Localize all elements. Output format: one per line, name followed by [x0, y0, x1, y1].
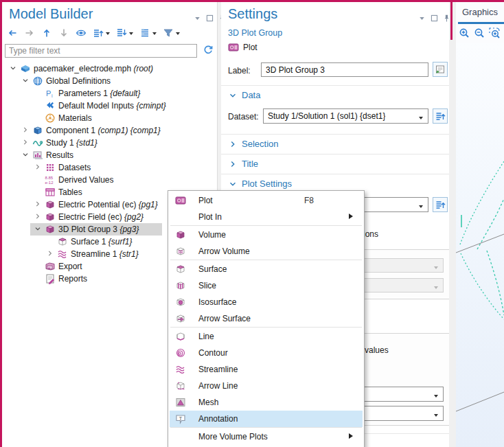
menu-item-streamline[interactable]: Streamline [170, 361, 363, 378]
annotation-icon: T [175, 413, 186, 424]
menu-item-volume[interactable]: Volume [170, 227, 363, 243]
menu-item-more-volume-plots[interactable]: More Volume Plots [170, 428, 363, 445]
graphics-tab[interactable]: Graphics [456, 7, 504, 17]
chevron-right-icon[interactable] [33, 162, 43, 172]
forward-button[interactable] [23, 25, 36, 41]
materials-icon [45, 113, 56, 124]
menu-item-label: Surface [198, 264, 227, 274]
tree-item-derived-values[interactable]: 8.85e-12Derived Values [2, 174, 217, 186]
move-up-icon [41, 27, 52, 38]
zoom-in-icon[interactable] [459, 27, 470, 38]
chevron-down-icon[interactable] [33, 224, 43, 233]
menu-item-line[interactable]: Line [170, 328, 363, 345]
tree-item-label: Component 1 (comp1) {comp1} [46, 126, 161, 135]
chevron-down-icon[interactable] [21, 76, 30, 85]
menu-item-plot[interactable]: PlotF8 [170, 192, 363, 209]
back-button[interactable] [6, 25, 19, 41]
chevron-right-icon[interactable] [33, 211, 43, 221]
menu-item-plot-in[interactable]: Plot In [170, 209, 363, 225]
switch-dataset-button[interactable] [433, 108, 448, 124]
menu-item-surface[interactable]: Surface [170, 261, 363, 277]
chevron-down-icon [434, 266, 438, 271]
dropdown-caret-icon[interactable] [176, 32, 180, 37]
menu-item-label: Volume [198, 230, 226, 240]
surface-icon [175, 264, 186, 275]
chevron-down-icon[interactable] [8, 63, 18, 73]
filter-button[interactable] [162, 25, 181, 41]
model-builder-title: Model Builder [9, 6, 93, 22]
chevron-down-icon [419, 205, 423, 210]
menu-item-isosurface[interactable]: Isosurface [170, 294, 363, 310]
tree-item-label: Streamline 1 {str1} [71, 249, 139, 259]
parameters-icon: Pi [45, 88, 56, 99]
tree-item-global-definitions[interactable]: Global Definitions [2, 75, 217, 87]
expand-tree-button[interactable] [92, 25, 111, 41]
float-panel-icon[interactable] [205, 14, 215, 23]
menu-item-label: More Volume Plots [198, 432, 268, 442]
menu-item-mesh[interactable]: Mesh [170, 394, 363, 411]
dropdown-caret-icon[interactable] [129, 32, 133, 37]
tree-item-datasets[interactable]: Datasets [2, 161, 217, 174]
label-input[interactable] [261, 62, 428, 77]
zoom-extents-icon[interactable] [489, 27, 500, 38]
tree-item-component-1[interactable]: Component 1 (comp1) {comp1} [2, 124, 217, 137]
menu-item-arrow-surface[interactable]: Arrow Surface [170, 310, 363, 327]
chevron-right-icon[interactable] [33, 199, 43, 209]
chevron-down-icon[interactable] [21, 150, 30, 159]
label-field-caption: Label: [228, 66, 251, 76]
chevron-right-icon[interactable] [21, 137, 30, 147]
svg-text:i: i [51, 93, 53, 98]
svg-text:e-12: e-12 [45, 181, 54, 185]
tree-item-label: Reports [58, 274, 87, 284]
collapse-tree-button[interactable] [115, 25, 134, 41]
section-title[interactable]: Title [228, 159, 258, 169]
tree-item-results[interactable]: Results [2, 149, 217, 161]
collapse-panel-icon[interactable] [417, 14, 427, 23]
plot-button[interactable]: Plot [228, 42, 257, 53]
tree-node-display-button[interactable] [139, 25, 157, 41]
chevron-right-icon[interactable] [21, 125, 30, 135]
tree-item-study-1[interactable]: Study 1 {std1} [2, 137, 217, 149]
dropdown-caret-icon[interactable] [106, 32, 110, 37]
plot-icon [228, 42, 239, 53]
filter-input[interactable] [5, 44, 197, 58]
float-panel-icon[interactable] [430, 14, 439, 23]
tree-item-tag: {cminpt} [134, 101, 166, 111]
menu-item-slice[interactable]: Slice [170, 277, 363, 294]
graphics-canvas[interactable] [456, 43, 504, 447]
menu-item-contour[interactable]: Contour [170, 345, 363, 361]
dropdown-caret-icon[interactable] [152, 32, 157, 37]
rename-button[interactable] [433, 62, 448, 77]
menu-item-shortcut: F8 [304, 196, 314, 205]
go-to-source-button[interactable] [433, 197, 448, 212]
chevron-right-icon[interactable] [45, 249, 55, 258]
tree-item-materials[interactable]: Materials [2, 112, 217, 124]
tree-item-label: Default Model Inputs {cminpt} [58, 101, 166, 111]
panel-divider[interactable] [449, 2, 456, 447]
settings-corner-icons [417, 14, 452, 23]
tree-item-default-model-inputs[interactable]: Default Model Inputs {cminpt} [2, 100, 217, 112]
menu-item-label: Mesh [198, 398, 218, 407]
dataset-select[interactable]: Study 1/Solution 1 (sol1) {dset1} [263, 108, 428, 124]
menu-item-arrow-volume[interactable]: Arrow Volume [170, 243, 363, 260]
model-builder-toolbar [6, 25, 181, 41]
section-selection[interactable]: Selection [228, 139, 278, 149]
move-up-button[interactable] [41, 25, 53, 41]
move-down-button[interactable] [58, 25, 70, 41]
menu-item-arrow-line[interactable]: Arrow Line [170, 378, 363, 394]
menu-item-annotation[interactable]: TAnnotation [170, 411, 363, 427]
section-data[interactable]: Data [228, 90, 260, 100]
tree-item-tag: (comp1) {comp1} [95, 126, 161, 135]
export-icon [45, 261, 56, 272]
tree-item-pacemaker-electrode-mph[interactable]: pacemaker_electrode.mph (root) [2, 62, 217, 75]
tree-item-parameters-1[interactable]: PiParameters 1 {default} [2, 87, 217, 100]
datasets-icon [45, 162, 56, 173]
refresh-icon[interactable] [203, 45, 214, 56]
tree-item-label: 3D Plot Group 3 {pg3} [58, 225, 139, 234]
tree-item-label: pacemaker_electrode.mph (root) [34, 64, 153, 73]
section-plot-settings[interactable]: Plot Settings [228, 179, 292, 189]
show-button[interactable] [75, 25, 87, 41]
tree-item-label: Materials [58, 113, 92, 123]
collapse-panel-icon[interactable] [193, 14, 203, 23]
zoom-out-icon[interactable] [474, 27, 485, 38]
